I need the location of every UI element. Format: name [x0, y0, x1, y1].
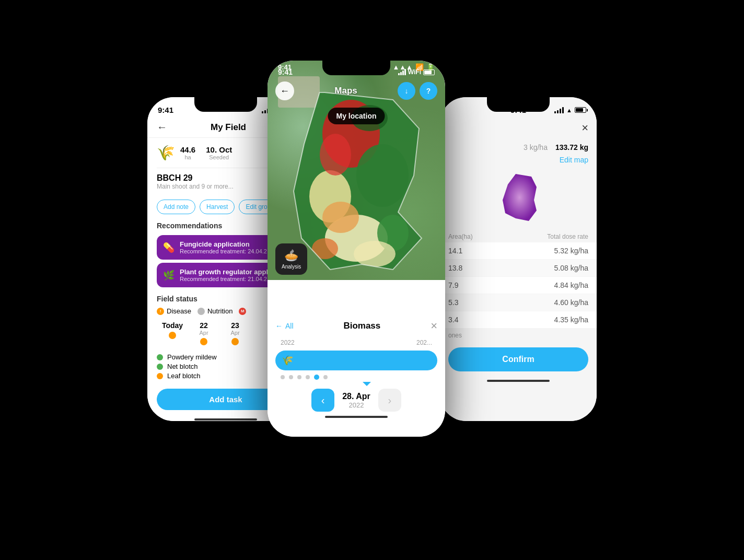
- rec-growth-title: Plant growth regulator appli...: [180, 268, 275, 276]
- home-indicator-center: [325, 416, 388, 418]
- analysis-button[interactable]: 🥧 Analysis: [275, 243, 307, 275]
- harvest-button[interactable]: Harvest: [200, 200, 235, 214]
- analysis-icon: 🥧: [284, 249, 298, 262]
- field-thumbnail: [440, 166, 597, 229]
- confirm-button[interactable]: Confirm: [448, 347, 588, 371]
- year-labels: 2022 202...: [275, 339, 437, 346]
- zones-label: ones: [440, 329, 597, 342]
- timeline-dot-1: [281, 375, 285, 379]
- back-button[interactable]: ←: [157, 121, 167, 133]
- apr23-indicator: [231, 338, 239, 345]
- biomass-panel: ← All Biomass × 2022 202... 🌾: [268, 311, 445, 437]
- home-indicator-right: [487, 380, 550, 382]
- svg-point-11: [354, 241, 396, 267]
- field-area-label: ha: [180, 154, 195, 160]
- biomass-bar[interactable]: 🌾: [275, 351, 437, 370]
- map-title: Maps: [334, 86, 357, 96]
- status-icons-center: ▲▲▲ 📶 🔋: [392, 63, 435, 71]
- today-indicator: [169, 332, 176, 339]
- map-area[interactable]: 9:41 ▲▲▲ 📶 🔋 ← Maps ↓ ? M: [268, 61, 445, 280]
- biomass-back-button[interactable]: ← All: [275, 322, 294, 330]
- map-action-icons: ↓ ?: [398, 82, 437, 100]
- date-display: 28. Apr 2022: [342, 392, 370, 409]
- leaf-blotch-dot: [157, 373, 163, 379]
- prev-date-button[interactable]: ‹: [311, 389, 334, 412]
- year-right: 202...: [416, 339, 432, 346]
- center-phone: 9:41 ▲▲▲ 📶 🔋 ← Maps ↓ ? M: [268, 61, 445, 437]
- right-phone: 9:41 ▲ ×: [440, 97, 597, 421]
- timeline-dot-active: [314, 375, 319, 380]
- leaf-blotch-label: Leaf blotch: [167, 372, 201, 380]
- biomass-header: ← All Biomass ×: [275, 319, 437, 333]
- dose-1: 5.32 kg/ha: [554, 247, 588, 255]
- date-navigation: ‹ 28. Apr 2022 ›: [275, 389, 437, 412]
- biomass-close-button[interactable]: ×: [431, 319, 437, 333]
- area-3: 7.9: [448, 281, 458, 289]
- timeline-dots: [275, 375, 437, 380]
- table-row: 5.3 4.60 kg/ha: [440, 294, 597, 311]
- table-row: 14.1 5.32 kg/ha: [440, 242, 597, 259]
- area-1: 14.1: [448, 247, 462, 255]
- dose-4: 4.60 kg/ha: [554, 298, 588, 307]
- powdery-mildew-dot: [157, 354, 163, 360]
- timeline-dot-2: [289, 375, 293, 379]
- back-chevron-icon: ←: [275, 322, 283, 330]
- table-header: Area(ha) Total dose rate: [440, 229, 597, 242]
- timeline-dot-4: [306, 375, 310, 379]
- table-row: 3.4 4.35 kg/ha: [440, 311, 597, 328]
- nutrition-dot: [197, 308, 205, 315]
- right-header: ×: [440, 117, 597, 139]
- year-left: 2022: [281, 339, 295, 346]
- edit-map-row: Edit map: [440, 154, 597, 166]
- field-shape-svg: [497, 171, 539, 224]
- field-date-value: 10. Oct: [206, 145, 232, 154]
- wheat-icon: 🌾: [282, 355, 293, 366]
- help-icon-button[interactable]: ?: [420, 82, 437, 100]
- close-button[interactable]: ×: [582, 121, 588, 135]
- home-indicator-left: [194, 418, 257, 421]
- table-row: 13.8 5.08 kg/ha: [440, 260, 597, 276]
- date-today: Today: [157, 321, 188, 347]
- rec-growth-subtitle: Recommended treatment: 21.04.2...: [180, 276, 275, 282]
- map-back-button[interactable]: ←: [275, 81, 294, 100]
- tab-nutrition[interactable]: Nutrition: [197, 307, 233, 315]
- tab-other[interactable]: M: [239, 308, 246, 315]
- date-22: 22 Apr: [188, 321, 219, 347]
- date-display-day: 28. Apr: [342, 392, 370, 401]
- field-stats: 44.6 ha 10. Oct Seeded: [180, 145, 232, 160]
- next-date-button[interactable]: ›: [378, 389, 401, 412]
- add-note-button[interactable]: Add note: [157, 200, 195, 214]
- svg-point-7: [320, 134, 351, 176]
- tab-disease[interactable]: ! Disease: [157, 307, 191, 315]
- fungicide-icon: 💊: [163, 242, 175, 253]
- svg-point-4: [322, 202, 359, 233]
- dose-value-1: 3 kg/ha: [524, 143, 548, 151]
- area-5: 3.4: [448, 316, 458, 324]
- nutrition-label: Nutrition: [207, 307, 233, 315]
- net-blotch-label: Net blotch: [167, 363, 198, 370]
- timeline-dot-6: [323, 375, 328, 379]
- edit-map-button[interactable]: Edit map: [560, 156, 588, 164]
- disease-label: Disease: [167, 307, 191, 315]
- date-display-year: 2022: [342, 401, 370, 409]
- map-header: 9:41 ▲▲▲ 📶 🔋 ← Maps ↓ ?: [268, 81, 445, 100]
- apr22-indicator: [200, 338, 207, 345]
- rec-fungicide-title: Fungicide application: [180, 240, 272, 248]
- date-23: 23 Apr: [219, 321, 251, 347]
- dose-3: 4.84 kg/ha: [554, 281, 588, 289]
- net-blotch-dot: [157, 364, 163, 370]
- table-body: 14.1 5.32 kg/ha 13.8 5.08 kg/ha 7.9 4.84…: [440, 242, 597, 328]
- area-2: 13.8: [448, 264, 462, 272]
- timeline-dot-3: [297, 375, 301, 379]
- dose-header: Total dose rate: [547, 233, 588, 240]
- right-wifi-icon: ▲: [566, 107, 572, 113]
- dose-value-2: 133.72 kg: [555, 143, 588, 151]
- download-icon-button[interactable]: ↓: [398, 82, 415, 100]
- svg-point-5: [312, 238, 338, 259]
- svg-point-8: [356, 144, 409, 207]
- right-signal: [554, 107, 564, 113]
- timeline-pointer: [275, 382, 437, 386]
- powdery-mildew-label: Powdery mildew: [167, 353, 217, 361]
- field-date-stat: 10. Oct Seeded: [206, 145, 232, 160]
- my-location-badge: My location: [328, 108, 385, 124]
